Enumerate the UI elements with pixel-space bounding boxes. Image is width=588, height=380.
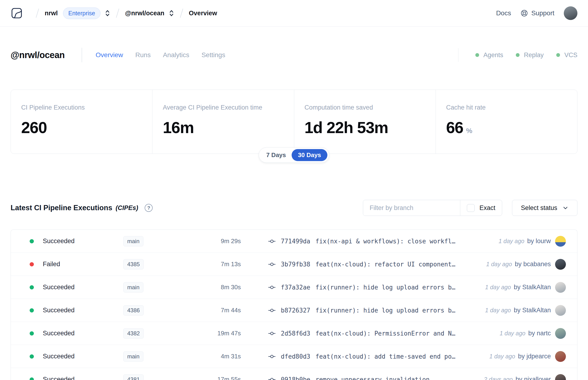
status-dot-icon: [30, 331, 34, 336]
commit-sha: 0918b0be: [281, 376, 310, 380]
support-label: Support: [531, 9, 554, 17]
cipes-title: Latest CI Pipeline Executions (CIPEs) ?: [11, 204, 153, 212]
avatar: [555, 374, 566, 380]
cipes-title-suffix: (CIPEs): [115, 204, 138, 212]
workspace-header: @nrwl/ocean Overview Runs Analytics Sett…: [11, 48, 577, 62]
cipe-row[interactable]: Succeeded main 4m 31s dfed80d3 feat(nx-c…: [11, 345, 577, 368]
tab-runs[interactable]: Runs: [135, 51, 151, 59]
status-label: Succeeded: [43, 330, 75, 337]
branch-badge: 4385: [123, 259, 144, 269]
cipe-row[interactable]: Succeeded 4381 17m 55s 0918b0be remove u…: [11, 368, 577, 380]
git-commit-icon: [268, 237, 276, 245]
duration: 7m 44s: [177, 307, 241, 314]
exact-checkbox[interactable]: [467, 204, 475, 212]
time-ago: 1 day ago: [490, 353, 515, 360]
branch-badge: main: [123, 236, 143, 247]
avatar: [555, 282, 566, 293]
lifebuoy-icon: [520, 9, 528, 17]
author: by StalkAltan: [514, 307, 551, 314]
git-commit-icon: [268, 330, 276, 337]
time-ago: 2 days ago: [484, 376, 513, 380]
stat-card-computation-time-saved: Computation time saved 1d 22h 53m: [294, 90, 436, 153]
integration-replay[interactable]: Replay: [516, 52, 544, 59]
commit-sha: b8726327: [281, 307, 310, 314]
cipe-table: Succeeded main 9m 29s 771499da fix(nx-ap…: [11, 229, 577, 380]
time-ago: 1 day ago: [485, 307, 511, 314]
breadcrumb-page: Overview: [189, 10, 217, 17]
user-avatar[interactable]: [564, 6, 577, 20]
cipe-row[interactable]: Succeeded main 8m 30s f37a32ae fix(runne…: [11, 276, 577, 299]
breadcrumb-org[interactable]: nrwl: [45, 10, 58, 17]
avatar: [555, 305, 566, 316]
range-option-7-days[interactable]: 7 Days: [261, 149, 292, 161]
help-icon[interactable]: ?: [145, 204, 153, 212]
divider: [82, 48, 82, 62]
cipe-row[interactable]: Succeeded main 9m 29s 771499da fix(nx-ap…: [11, 230, 577, 253]
status-dot-icon: [30, 285, 34, 289]
cipe-row[interactable]: Failed 4385 7m 13s 3b79fb38 feat(nx-clou…: [11, 253, 577, 276]
docs-link[interactable]: Docs: [496, 9, 511, 17]
branch-badge: main: [123, 351, 143, 362]
commit-sha: dfed80d3: [281, 353, 310, 360]
avatar: [555, 236, 566, 247]
integration-agents[interactable]: Agents: [475, 52, 503, 59]
tab-settings[interactable]: Settings: [202, 51, 225, 59]
avatar: [555, 351, 566, 362]
git-commit-icon: [268, 376, 276, 380]
status-select-dropdown[interactable]: Select status: [512, 200, 577, 216]
author: by nixallover: [515, 376, 551, 380]
status-dot-icon: [30, 239, 34, 243]
percent-suffix: %: [466, 127, 472, 135]
status-label: Succeeded: [43, 237, 75, 245]
git-commit-icon: [268, 261, 276, 268]
status-dot-icon: [30, 262, 34, 266]
status-label: Succeeded: [43, 307, 75, 314]
top-navbar: nrwl Enterprise @nrwl/ocean Overview Doc…: [0, 0, 588, 27]
duration: 9m 29s: [177, 237, 241, 245]
git-commit-icon: [268, 284, 276, 291]
commit-sha: 3b79fb38: [281, 261, 310, 268]
cipe-row[interactable]: Succeeded 4386 7m 44s b8726327 fix(runne…: [11, 299, 577, 322]
integration-statuses: Agents Replay VCS: [475, 52, 577, 59]
range-option-30-days[interactable]: 30 Days: [292, 149, 327, 161]
support-link[interactable]: Support: [520, 9, 554, 17]
nx-cloud-logo[interactable]: [11, 8, 22, 19]
org-switcher-chevron-icon[interactable]: [105, 9, 110, 18]
breadcrumb-workspace[interactable]: @nrwl/ocean: [125, 10, 164, 17]
status-dot-icon: [30, 378, 34, 380]
author: by StalkAltan: [514, 284, 551, 291]
time-ago: 1 day ago: [499, 238, 525, 245]
stats-section: CI Pipeline Executions 260 Average CI Pi…: [11, 90, 577, 154]
tab-overview[interactable]: Overview: [96, 51, 123, 59]
status-dot-icon: [30, 308, 34, 312]
status-dot-icon: [556, 53, 560, 57]
commit-sha: 2d58f6d3: [281, 330, 310, 337]
duration: 8m 30s: [177, 284, 241, 291]
tab-analytics[interactable]: Analytics: [163, 51, 189, 59]
branch-badge: 4386: [123, 305, 144, 316]
commit-message: fix(runner): hide log upload errors b…: [315, 307, 455, 314]
git-commit-icon: [268, 307, 276, 314]
breadcrumb-separator: [36, 9, 39, 18]
time-ago: 1 day ago: [485, 284, 511, 291]
workspace-switcher-chevron-icon[interactable]: [169, 9, 174, 18]
branch-filter-group: Exact: [363, 200, 502, 216]
divider: [458, 48, 459, 62]
integration-vcs[interactable]: VCS: [556, 52, 577, 59]
time-ago: 1 day ago: [486, 261, 512, 267]
commit-message: feat(nx-cloud): refactor UI component…: [315, 261, 455, 268]
commit-sha: 771499da: [281, 238, 310, 245]
cipe-row[interactable]: Succeeded 4382 19m 47s 2d58f6d3 feat(nx-…: [11, 322, 577, 345]
stat-card-cache-hit-rate: Cache hit rate 66 %: [436, 90, 577, 153]
exact-label: Exact: [479, 204, 495, 212]
exact-filter: Exact: [460, 200, 502, 216]
workspace-tabs: Overview Runs Analytics Settings: [96, 51, 225, 59]
branch-filter-input[interactable]: [363, 200, 460, 216]
status-dot-icon: [516, 53, 520, 57]
branch-badge: 4382: [123, 328, 144, 339]
time-ago: 1 day ago: [500, 330, 525, 337]
author: by lourw: [527, 237, 551, 245]
cipes-section-header: Latest CI Pipeline Executions (CIPEs) ? …: [11, 200, 577, 216]
duration: 4m 31s: [177, 353, 241, 360]
duration: 7m 13s: [177, 261, 241, 268]
